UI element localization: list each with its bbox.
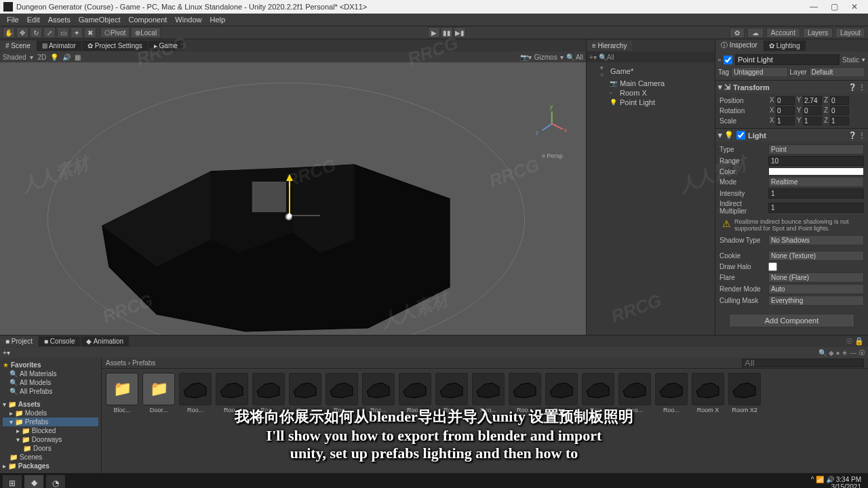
local-toggle[interactable]: ⊕Local <box>131 27 161 38</box>
menu-file[interactable]: File <box>3 16 23 24</box>
menu-gameobject[interactable]: GameObject <box>75 16 125 24</box>
folder-prefabs[interactable]: ▾ 📁 Prefabs <box>3 418 98 426</box>
hierarchy-item-light[interactable]: 💡Point Light <box>588 98 713 107</box>
project-view-icons[interactable]: 🔍 ◆ ● ★ — ⦿ <box>818 349 865 357</box>
project-grid-item[interactable]: Roo... <box>618 373 651 413</box>
gizmos-dropdown[interactable]: Gizmos <box>534 54 557 61</box>
tab-scene[interactable]: # Scene <box>0 41 36 51</box>
project-grid-item[interactable]: Roo... <box>179 373 212 413</box>
assets-header[interactable]: ▾ 📁 Assets <box>3 400 98 409</box>
rect-tool[interactable]: ▭ <box>57 27 69 38</box>
hierarchy-item-camera[interactable]: 📷Main Camera <box>588 79 713 88</box>
menu-help[interactable]: Help <box>205 16 229 24</box>
menu-window[interactable]: Window <box>171 16 205 24</box>
static-dropdown[interactable]: Static <box>842 56 859 64</box>
project-grid-item[interactable]: Roo... <box>326 373 358 413</box>
hierarchy-search[interactable]: +▾ 🔍 All <box>587 52 715 62</box>
tab-project[interactable]: ■ Project <box>0 336 38 346</box>
project-add-button[interactable]: +▾ <box>3 349 10 357</box>
shadow-type-dropdown[interactable]: No Shadows <box>768 235 864 245</box>
project-grid-item[interactable]: Roo... <box>435 373 468 413</box>
light-range-field[interactable] <box>768 156 864 166</box>
project-grid-item[interactable]: Roo... <box>472 373 505 413</box>
maximize-button[interactable]: ▢ <box>824 2 844 12</box>
favorites-header[interactable]: ★Favorites <box>3 361 98 369</box>
tab-animator[interactable]: ⊞ Animator <box>37 41 81 51</box>
project-grid-item[interactable]: Roo... <box>252 373 285 413</box>
hierarchy-item-room[interactable]: ▫Room X <box>588 88 713 98</box>
pause-button[interactable]: ▮▮ <box>441 27 453 38</box>
close-button[interactable]: ✕ <box>844 2 865 12</box>
fav-all-prefabs[interactable]: 🔍 All Prefabs <box>3 387 98 396</box>
system-tray[interactable]: ^ 📶 🔊 3:34 PM 3/15/2021 <box>811 476 865 488</box>
scene-camera-icon[interactable]: 📷▾ <box>520 54 532 61</box>
scene-lighting-icon[interactable]: 💡 <box>50 54 58 61</box>
project-search-input[interactable] <box>742 359 864 367</box>
step-button[interactable]: ▶▮ <box>454 27 466 38</box>
transform-tool[interactable]: ✦ <box>71 27 83 38</box>
project-grid-item[interactable]: Roo... <box>545 373 578 413</box>
render-mode-dropdown[interactable]: Auto <box>768 284 864 294</box>
scale-tool[interactable]: ⤢ <box>43 27 56 38</box>
layers-dropdown[interactable]: Layers <box>803 28 833 38</box>
fav-all-models[interactable]: 🔍 All Models <box>3 378 98 387</box>
2d-toggle[interactable]: 2D <box>37 54 46 61</box>
project-grid-item[interactable]: 📁Bloc... <box>106 373 138 413</box>
menu-assets[interactable]: Assets <box>44 16 75 24</box>
hand-tool[interactable]: ✋ <box>3 27 15 38</box>
tag-dropdown[interactable]: Untagged <box>731 67 787 77</box>
project-grid-item[interactable]: Roo... <box>582 373 614 413</box>
tab-console[interactable]: ■ Console <box>39 336 81 346</box>
light-header[interactable]: ▾ 💡Light❔ ⋮ <box>715 128 868 142</box>
folder-blocked[interactable]: ▸ 📁 Blocked <box>3 426 98 435</box>
scale-y[interactable] <box>803 117 822 125</box>
project-grid-item[interactable]: Roo... <box>399 373 431 413</box>
tab-game[interactable]: ▸ Game <box>149 41 183 51</box>
fav-all-materials[interactable]: 🔍 All Materials <box>3 369 98 378</box>
gameobject-name-field[interactable]: Point Light <box>735 54 840 65</box>
collab-button[interactable]: ✿ <box>730 28 745 38</box>
project-grid-item[interactable]: Roo... <box>289 373 321 413</box>
transform-header[interactable]: ▾ ⇲Transform❔ ⋮ <box>715 80 868 94</box>
tab-inspector[interactable]: ⓘ Inspector <box>715 39 763 52</box>
hierarchy-root[interactable]: ▾ ⟐Game* <box>588 64 713 79</box>
packages-header[interactable]: ▸ 📁 Packages <box>3 462 98 470</box>
layout-dropdown[interactable]: Layout <box>835 28 865 38</box>
play-button[interactable]: ▶ <box>428 27 440 38</box>
pivot-toggle[interactable]: ⎔Pivot <box>100 27 130 38</box>
cookie-field[interactable]: None (Texture) <box>768 251 864 261</box>
folder-scenes[interactable]: 📁 Scenes <box>3 453 98 462</box>
project-grid-item[interactable]: Room X <box>692 373 724 413</box>
position-y[interactable] <box>803 96 822 105</box>
project-grid-item[interactable]: Room X2 <box>728 373 761 413</box>
scale-x[interactable] <box>776 117 795 125</box>
shading-dropdown[interactable]: Shaded <box>3 54 26 61</box>
tab-animation[interactable]: ◆ Animation <box>81 336 129 346</box>
folder-doors[interactable]: 📁 Doors <box>3 444 98 453</box>
scene-audio-icon[interactable]: 🔊 <box>62 54 71 61</box>
scale-z[interactable] <box>830 117 849 125</box>
layer-dropdown[interactable]: Default <box>809 67 865 77</box>
position-z[interactable] <box>830 96 849 105</box>
add-component-button[interactable]: Add Component <box>729 314 854 327</box>
folder-models[interactable]: ▸ 📁 Models <box>3 409 98 418</box>
rotation-x[interactable] <box>776 106 795 115</box>
minimize-button[interactable]: — <box>804 2 824 12</box>
move-tool[interactable]: ✥ <box>16 27 28 38</box>
gameobject-enabled-checkbox[interactable] <box>724 56 732 64</box>
cloud-button[interactable]: ☁ <box>747 28 764 38</box>
account-dropdown[interactable]: Account <box>766 28 800 38</box>
project-grid-item[interactable]: Roo... <box>362 373 395 413</box>
project-breadcrumb[interactable]: Assets › Prefabs <box>102 358 868 369</box>
light-indirect-field[interactable] <box>768 203 864 213</box>
tab-project-settings[interactable]: ✿ Project Settings <box>82 41 148 51</box>
draw-halo-checkbox[interactable] <box>768 262 777 271</box>
project-grid-item[interactable]: Roo... <box>655 373 688 413</box>
scene-viewport[interactable]: ✺ 📷 y x z ≡ Persp <box>0 62 586 335</box>
folder-doorways[interactable]: ▾ 📁 Doorways <box>3 435 98 444</box>
culling-mask-dropdown[interactable]: Everything <box>768 296 864 306</box>
position-x[interactable] <box>776 96 795 105</box>
light-type-dropdown[interactable]: Point <box>768 144 864 155</box>
custom-tool[interactable]: ✖ <box>84 27 96 38</box>
rotation-y[interactable] <box>803 106 822 115</box>
